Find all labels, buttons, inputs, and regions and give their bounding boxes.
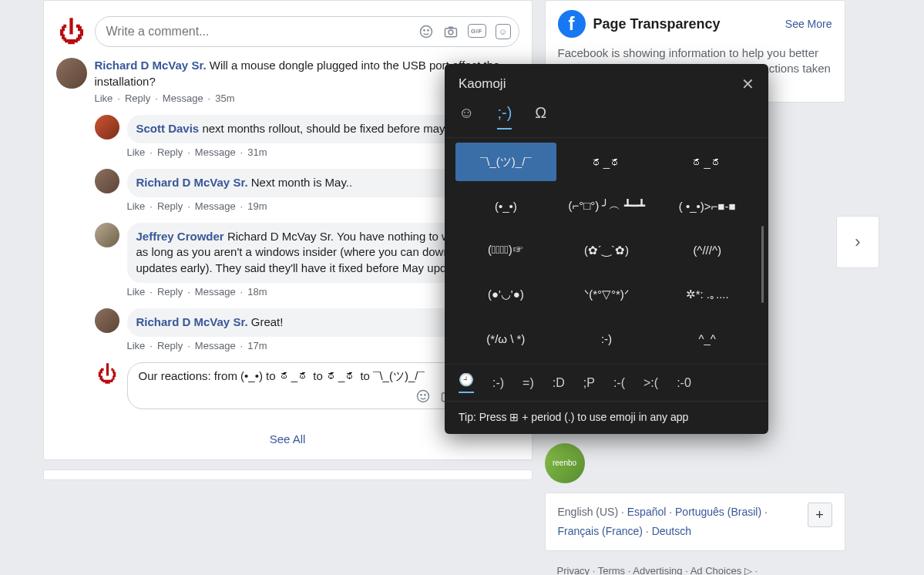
timestamp-link[interactable]: 19m [247,200,267,212]
kaomoji-tabs: ☺ ;-) Ω [445,96,768,138]
compose-row: ⏻ GIF ☺ [56,10,519,53]
scrollbar[interactable] [761,226,764,303]
language-link[interactable]: Deutsch [652,525,691,537]
language-link[interactable]: Español [627,506,667,518]
related-page-avatar: reenbo [545,443,585,483]
like-link[interactable]: Like [127,340,146,351]
page-transparency-title: Page Transparency [593,16,785,32]
like-link[interactable]: Like [95,92,113,104]
avatar[interactable] [95,115,119,140]
kaomoji-item[interactable]: ᐠ(*°▽°*)ᐟ [556,275,657,314]
svg-point-1 [423,30,424,31]
like-link[interactable]: Like [127,286,146,298]
svg-point-0 [420,26,432,38]
like-link[interactable]: Like [127,146,146,158]
kaomoji-panel: Kaomoji ✕ ☺ ;-) Ω ¯\_(ツ)_/¯ ಥ_ಥ ಠ_ಠ (•_•… [445,64,768,434]
footer-links: Privacy · Terms · Advertising · Ad Choic… [545,560,845,575]
timestamp-link[interactable]: 18m [247,286,267,298]
comment-input[interactable]: GIF ☺ [95,16,519,47]
avatar[interactable] [56,58,87,89]
recent-icon[interactable]: 🕘 [459,372,474,393]
timestamp-link[interactable]: 35m [215,92,234,104]
related-page[interactable]: reenbo [545,443,845,483]
footer-link[interactable]: Advertising [633,565,682,575]
author-link[interactable]: Richard D McVay Sr. [136,176,248,189]
tab-emoji[interactable]: ☺ [459,104,474,129]
comment-input-field[interactable] [106,25,418,39]
kaomoji-item[interactable]: ¯\_(ツ)_/¯ [455,143,556,181]
windows-key-icon: ⊞ [509,411,519,423]
avatar: ⏻ [95,362,119,387]
kaomoji-item[interactable]: (⌐°□°) ╯︵ ┻━┻ [556,187,657,225]
recent-item[interactable]: :-) [492,376,504,390]
kaomoji-item[interactable]: ಠ_ಠ [657,143,758,181]
svg-point-5 [417,390,428,402]
timestamp-link[interactable]: 17m [247,340,267,351]
reply-link[interactable]: Reply [157,340,183,351]
kaomoji-item[interactable]: (•_•) [455,187,556,225]
kaomoji-item[interactable]: :-) [556,320,657,358]
compose-icons: GIF ☺ [418,24,514,39]
kaomoji-item[interactable]: ^_^ [657,320,758,358]
sticker-icon[interactable]: ☺ [496,24,511,39]
reply-link[interactable]: Reply [157,286,183,298]
reply-link[interactable]: Reply [157,146,183,158]
tab-symbols[interactable]: Ω [535,104,546,129]
kaomoji-recents: 🕘 :-) =) :D ;P :-( >:( :-0 [445,364,768,401]
kaomoji-item[interactable]: (●'◡'●) [455,275,556,314]
message-link[interactable]: Message [195,146,236,158]
message-link[interactable]: Message [195,340,236,351]
author-link[interactable]: Jeffrey Crowder [136,230,224,243]
smiley-icon[interactable] [415,388,431,404]
recent-item[interactable]: ;P [583,376,595,390]
footer-link[interactable]: Privacy [557,565,590,575]
kaomoji-item[interactable]: ಥ_ಥ [556,143,657,181]
message-link[interactable]: Message [195,286,236,298]
kaomoji-item[interactable]: (☞ﾟヮﾟ)☞ [455,231,556,270]
next-arrow-button[interactable]: › [836,216,879,268]
footer-link[interactable]: Ad Choices [690,565,741,575]
reply-link[interactable]: Reply [125,92,150,104]
see-more-link[interactable]: See More [785,18,832,30]
recent-item[interactable]: :-0 [677,376,691,390]
like-link[interactable]: Like [127,200,146,212]
next-card [43,469,533,480]
svg-point-6 [420,394,421,395]
author-link[interactable]: Richard D McVay Sr. [95,59,207,72]
kaomoji-item[interactable]: ( •_•)>⌐■-■ [657,187,758,225]
kaomoji-grid: ¯\_(ツ)_/¯ ಥ_ಥ ಠ_ಠ (•_•) (⌐°□°) ╯︵ ┻━┻ ( … [445,138,768,364]
tab-kaomoji[interactable]: ;-) [497,104,512,129]
timestamp-link[interactable]: 31m [247,146,267,158]
facebook-logo-icon: f [558,10,586,38]
gif-icon[interactable]: GIF [468,24,486,38]
kaomoji-item[interactable]: (*/ω \ *) [455,320,556,358]
add-language-button[interactable]: + [808,503,832,527]
language-link[interactable]: Português (Brasil) [675,506,761,518]
reply-link[interactable]: Reply [157,200,183,212]
message-link[interactable]: Message [195,200,236,212]
kaomoji-title: Kaomoji [459,76,506,92]
author-link[interactable]: Richard D McVay Sr. [136,315,248,328]
recent-item[interactable]: =) [522,376,534,390]
current-language: English (US) [558,506,619,518]
kaomoji-item[interactable]: (✿´‿`✿) [556,231,657,270]
avatar[interactable] [95,169,119,193]
close-icon[interactable]: ✕ [741,75,754,93]
avatar[interactable] [95,223,119,247]
smiley-icon[interactable] [418,24,434,39]
footer-link[interactable]: Terms [598,565,625,575]
language-link[interactable]: Français (France) [558,525,643,537]
message-link[interactable]: Message [163,92,203,104]
kaomoji-tip: Tip: Press ⊞ + period (.) to use emoji i… [445,401,768,434]
svg-point-7 [424,394,425,395]
recent-item[interactable]: :D [553,376,565,390]
avatar: ⏻ [56,16,87,47]
recent-item[interactable]: >:( [643,376,658,390]
kaomoji-item[interactable]: (^///^) [657,231,758,270]
avatar[interactable] [95,308,119,333]
recent-item[interactable]: :-( [613,376,625,390]
author-link[interactable]: Scott Davis [136,122,200,135]
language-card: English (US) · Español · Português (Bras… [545,493,845,551]
camera-icon[interactable] [443,24,459,39]
kaomoji-item[interactable]: ✲*: .｡.... [657,275,758,314]
